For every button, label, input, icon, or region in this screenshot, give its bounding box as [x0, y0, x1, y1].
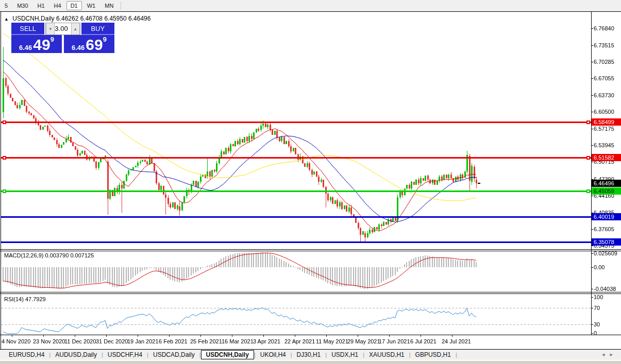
sell-price-prefix: 6.46	[19, 44, 32, 51]
macd-axis-label: 0.00	[594, 264, 620, 270]
sell-price-sup: 9	[51, 36, 54, 43]
price-axis-label: 6.73515	[594, 42, 620, 48]
macd-axis-label: 0.025609	[594, 250, 620, 256]
rsi-axis-label: 100	[594, 294, 620, 300]
volume-decrease-icon[interactable]: ▼	[46, 23, 55, 34]
chart-symbol: USDCNH,Daily	[12, 15, 54, 22]
sell-price-big: 49	[33, 38, 50, 51]
date-axis-label: 11 May 2021	[316, 338, 348, 344]
chart-tab-gbpusd[interactable]: GBPUSD,H1	[411, 350, 456, 359]
chart-tab-audusd[interactable]: AUDUSD,Daily	[51, 350, 102, 359]
volume-value[interactable]: 3.00	[55, 23, 71, 34]
date-axis-label: 6 Jul 2021	[410, 338, 437, 344]
macd-label: MACD(12,26,9) 0.003790 0.007125	[4, 252, 94, 258]
current-price-label: 6.46496	[592, 180, 621, 187]
price-axis-label: 6.76840	[594, 25, 620, 31]
one-click-trade-panel: SELL ▼ 3.00 ▲ BUY 6.46 49 9 6.46 69 9	[11, 23, 114, 54]
level-price-label: 6.40019	[592, 213, 621, 220]
date-axis-label: 3 Apr 2021	[253, 338, 280, 344]
level-price-label: 6.58499	[592, 118, 621, 126]
chart-tab-eurusd[interactable]: EURUSD,H4	[4, 350, 49, 359]
date-axis-label: 29 May 2021	[347, 338, 380, 344]
macd-axis-label: -0.04038	[594, 286, 620, 292]
date-axis-label: 11 Dec 2020	[64, 338, 96, 344]
tab-scroll-left-icon[interactable]: ◂	[602, 351, 610, 357]
chart-tab-bar: EURUSD,H4|AUDUSD,Daily|USDCHF,H4|USDCAD,…	[0, 350, 621, 360]
level-price-label: 6.51582	[592, 154, 621, 161]
chart-tab-usdcnh[interactable]: USDCNH,Daily	[201, 350, 254, 359]
chart-ohlc-values: 6.46262 6.46708 6.45950 6.46496	[56, 15, 151, 22]
chart-title: ▲ USDCNH,Daily 6.46262 6.46708 6.45950 6…	[4, 15, 150, 22]
buy-price[interactable]: 6.46 69 9	[64, 35, 114, 53]
level-price-label: 6.45059	[592, 187, 621, 195]
buy-button[interactable]: BUY	[81, 23, 114, 35]
rsi-axis-label: 70	[594, 305, 620, 311]
triangle-icon: ▲	[4, 16, 9, 22]
chart-tab-usdchf[interactable]: USDCHF,H4	[103, 350, 147, 359]
volume-spinner[interactable]: ▼ 3.00 ▲	[45, 23, 80, 35]
buy-price-big: 69	[86, 38, 103, 51]
chart-tab-ukoil[interactable]: UKOil,H4	[256, 350, 291, 359]
price-axis-label: 6.67055	[594, 75, 620, 81]
chart-tab-usdcad[interactable]: USDCAD,Daily	[148, 350, 199, 359]
buy-price-sup: 9	[103, 36, 107, 43]
date-axis-label: 31 Dec 2020	[96, 338, 128, 344]
date-axis-label: 16 Mar 2021	[222, 338, 254, 344]
price-axis-label: 6.70285	[594, 59, 620, 65]
rsi-axis-label: 0	[594, 330, 620, 336]
price-axis-label: 6.63730	[594, 92, 620, 98]
date-axis-label: 25 Feb 2021	[190, 338, 222, 344]
date-axis-label: 4 Nov 2020	[2, 338, 30, 344]
price-axis-label: 6.60500	[594, 109, 620, 115]
chart-tab-dj30[interactable]: DJ30,H1	[292, 350, 326, 359]
date-axis-label: 23 Nov 2020	[33, 338, 65, 344]
price-axis-label: 6.57175	[594, 126, 620, 132]
rsi-label: RSI(14) 47.7929	[4, 296, 46, 302]
mt4-window: 5M30H1H4D1W1MN ▲ USDCNH,Daily 6.46262 6.…	[0, 0, 621, 364]
date-axis-label: 17 Jun 2021	[379, 338, 410, 344]
date-axis-label: 22 Apr 2021	[284, 338, 315, 344]
tab-scroll-right-icon[interactable]: ▸	[610, 351, 618, 357]
chart-tab-xauusd[interactable]: XAUUSD,H1	[364, 350, 409, 359]
date-axis-label: 24 Jul 2021	[442, 338, 471, 344]
chart-tab-usdx[interactable]: USDX,H1	[327, 350, 363, 359]
price-axis-label: 6.53945	[594, 142, 620, 148]
status-bar	[0, 360, 621, 364]
level-price-label: 6.35078	[592, 238, 621, 246]
buy-price-prefix: 6.46	[72, 44, 85, 51]
tab-scroll-arrows[interactable]: ◂▸	[602, 351, 618, 358]
sell-button[interactable]: SELL	[11, 23, 44, 35]
price-chart-canvas[interactable]	[0, 0, 621, 364]
rsi-axis-label: 30	[594, 321, 620, 327]
volume-increase-icon[interactable]: ▲	[71, 23, 80, 34]
date-axis-label: 6 Feb 2021	[159, 338, 188, 344]
price-axis-label: 6.37605	[594, 226, 620, 232]
date-axis-label: 19 Jan 2021	[127, 338, 159, 344]
tab-separator: |	[456, 352, 457, 358]
sell-price[interactable]: 6.46 49 9	[11, 35, 62, 53]
